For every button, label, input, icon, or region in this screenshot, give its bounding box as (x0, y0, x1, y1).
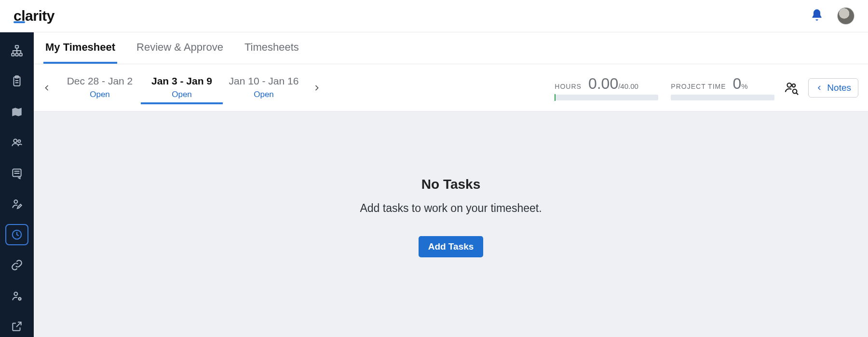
topbar-right (810, 7, 854, 25)
svg-point-6 (14, 139, 17, 142)
period-range: Jan 3 - Jan 9 (143, 75, 221, 87)
period-nav: Dec 28 - Jan 2 Open Jan 3 - Jan 9 Open J… (39, 71, 325, 104)
people-search-button[interactable] (783, 80, 800, 96)
sidebar-item-clipboard[interactable] (5, 70, 28, 91)
timesheet-workspace: No Tasks Add tasks to work on your times… (34, 112, 868, 337)
sidebar-item-link[interactable] (5, 255, 28, 276)
sidebar-item-people[interactable] (5, 132, 28, 153)
period-bar: Dec 28 - Jan 2 Open Jan 3 - Jan 9 Open J… (34, 64, 868, 112)
svg-point-15 (793, 89, 797, 93)
notes-button[interactable]: Notes (808, 78, 858, 98)
sidebar-item-user-settings[interactable] (5, 285, 28, 306)
user-settings-icon (11, 290, 23, 302)
map-icon (11, 106, 23, 118)
notes-button-label: Notes (827, 83, 851, 93)
period-next-button[interactable] (309, 80, 325, 96)
notifications-bell-icon[interactable] (810, 8, 824, 24)
sidebar-item-sitemap[interactable] (5, 40, 28, 61)
people-search-icon (783, 80, 800, 96)
period-current-week[interactable]: Jan 3 - Jan 9 Open (141, 71, 223, 104)
svg-point-7 (18, 140, 20, 142)
stat-project-time-label: PROJECT TIME (671, 83, 726, 90)
period-status: Open (225, 90, 303, 99)
svg-point-12 (19, 298, 21, 300)
stats: HOURS 0.00/40.00 PROJECT TIME 0% (555, 75, 774, 100)
chevron-right-icon (312, 83, 322, 93)
period-range: Jan 10 - Jan 16 (225, 75, 303, 87)
stat-project-time-suffix: % (741, 82, 747, 90)
sidebar-item-map[interactable] (5, 101, 28, 122)
chevron-left-icon (815, 84, 823, 92)
empty-state-title: No Tasks (421, 177, 480, 192)
stat-project-time: PROJECT TIME 0% (671, 75, 774, 100)
svg-rect-1 (12, 53, 14, 56)
stat-hours-suffix: /40.00 (618, 82, 638, 90)
clipboard-icon (11, 75, 23, 87)
svg-rect-3 (19, 53, 22, 56)
user-avatar[interactable] (837, 7, 854, 25)
link-icon (11, 259, 23, 271)
svg-point-13 (787, 83, 792, 87)
people-icon (11, 136, 23, 149)
periods: Dec 28 - Jan 2 Open Jan 3 - Jan 9 Open J… (59, 71, 305, 104)
period-range: Dec 28 - Jan 2 (61, 75, 139, 87)
tab-timesheets[interactable]: Timesheets (243, 32, 301, 64)
period-status: Open (61, 90, 139, 99)
external-link-icon (11, 320, 23, 333)
svg-rect-8 (13, 169, 21, 176)
left-sidebar (0, 32, 34, 337)
empty-state-subtitle: Add tasks to work on your timesheet. (360, 202, 542, 215)
period-prev-button[interactable] (39, 80, 55, 96)
stat-hours-bar (555, 95, 658, 100)
tab-review-approve[interactable]: Review & Approve (135, 32, 225, 64)
period-next-week[interactable]: Jan 10 - Jan 16 Open (223, 71, 305, 104)
period-status: Open (143, 90, 221, 99)
main-area: My Timesheet Review & Approve Timesheets… (0, 32, 868, 337)
svg-rect-2 (15, 53, 18, 56)
form-icon (11, 167, 23, 180)
sitemap-icon (11, 44, 23, 57)
stat-hours-value: 0.00 (588, 75, 618, 92)
stat-hours: HOURS 0.00/40.00 (555, 75, 658, 100)
chevron-left-icon (42, 83, 52, 93)
sidebar-item-external[interactable] (5, 316, 28, 337)
svg-point-11 (14, 292, 17, 295)
tab-bar: My Timesheet Review & Approve Timesheets (34, 32, 868, 64)
svg-rect-0 (15, 45, 19, 48)
edit-user-icon (11, 197, 23, 210)
svg-point-9 (14, 200, 17, 203)
period-prev-week[interactable]: Dec 28 - Jan 2 Open (59, 71, 141, 104)
sidebar-item-form[interactable] (5, 163, 28, 183)
sidebar-item-edit-user[interactable] (5, 193, 28, 214)
stat-project-time-value: 0 (733, 75, 742, 92)
content: My Timesheet Review & Approve Timesheets… (34, 32, 868, 337)
logo-underline (14, 21, 25, 23)
svg-point-14 (792, 84, 796, 87)
top-bar: clarity (0, 0, 868, 32)
tab-my-timesheet[interactable]: My Timesheet (43, 32, 117, 64)
stat-project-time-bar (671, 95, 774, 100)
clock-icon (11, 228, 23, 241)
add-tasks-button[interactable]: Add Tasks (419, 236, 484, 257)
app-logo: clarity (14, 8, 54, 24)
sidebar-item-timesheet[interactable] (5, 224, 28, 245)
stat-hours-label: HOURS (555, 83, 582, 90)
